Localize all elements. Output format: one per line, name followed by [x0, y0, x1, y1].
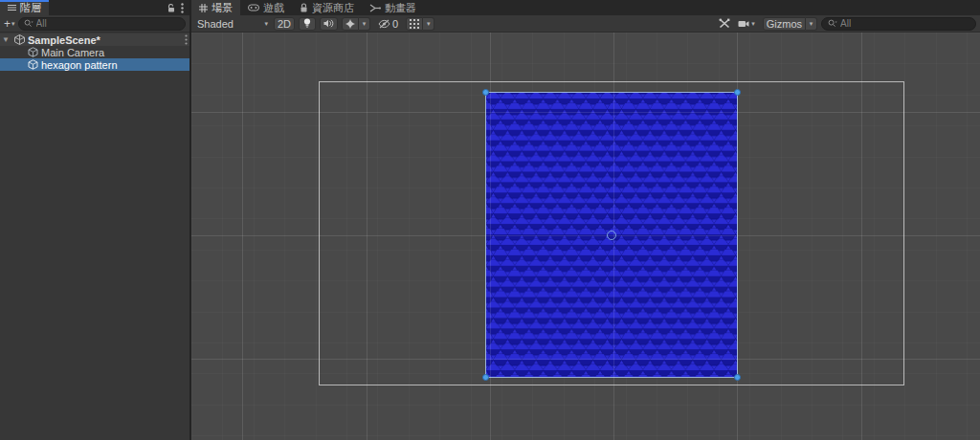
gamepad-icon	[248, 4, 259, 11]
scene-search[interactable]	[821, 17, 976, 31]
gizmos-dropdown[interactable]: ▾	[806, 17, 817, 31]
scene-lighting-toggle[interactable]	[299, 17, 316, 31]
gameobject-cube-icon	[28, 47, 38, 57]
scene-root-label: SampleScene*	[28, 34, 100, 46]
padlock-icon	[300, 3, 308, 12]
hamburger-icon	[8, 4, 16, 11]
tabbar-spacer	[424, 0, 980, 15]
hierarchy-toolbar: + ▾	[0, 15, 189, 33]
tab-asset-store[interactable]: 資源商店	[292, 0, 362, 15]
grid-line	[242, 33, 243, 440]
search-icon	[828, 19, 837, 28]
hierarchy-search-input[interactable]	[36, 18, 180, 29]
effects-star-icon	[345, 19, 355, 29]
chevron-down-icon: ▾	[11, 20, 15, 27]
selection-handle-bottom-right[interactable]	[734, 374, 741, 381]
chevron-down-icon: ▾	[427, 20, 431, 27]
speaker-icon	[323, 19, 334, 28]
scene-tabbar: 場景 遊戲 資源商店 動畫器	[191, 0, 980, 15]
game-tab-label: 遊戲	[263, 1, 284, 15]
chevron-down-icon: ▾	[751, 20, 755, 27]
tab-scene[interactable]: 場景	[191, 0, 240, 15]
scene-panel: 場景 遊戲 資源商店 動畫器	[191, 0, 980, 440]
tab-game[interactable]: 遊戲	[240, 0, 292, 15]
grid-line	[367, 33, 368, 440]
scene-audio-toggle[interactable]	[320, 17, 338, 31]
unity-scene-icon	[14, 34, 25, 45]
grid-line	[191, 112, 980, 113]
grid-line	[490, 33, 491, 440]
grid-line	[861, 33, 862, 440]
scene-effects-toggle[interactable]	[342, 17, 359, 31]
tab-hierarchy[interactable]: 階層	[0, 0, 49, 15]
scene-toolbar: Shaded ▾ 2D	[191, 15, 980, 33]
search-icon	[24, 19, 33, 28]
grid-line	[191, 235, 980, 236]
hierarchy-item-label: hexagon pattern	[41, 59, 118, 71]
kebab-menu-icon[interactable]	[185, 34, 188, 45]
grid-visibility-button[interactable]	[406, 17, 423, 31]
hierarchy-panel: 階層 + ▾	[0, 0, 191, 440]
2d-mode-toggle[interactable]: 2D	[274, 17, 295, 31]
tabbar-spacer	[49, 0, 162, 15]
unlock-icon[interactable]	[167, 4, 175, 12]
gameobject-cube-icon	[28, 59, 38, 70]
lightbulb-icon	[303, 18, 311, 29]
grid-dots-icon	[410, 19, 419, 29]
scene-tab-label: 場景	[212, 1, 233, 15]
hierarchy-item-hexagon-pattern[interactable]: hexagon pattern	[0, 58, 189, 71]
grid-visual-group: ▾	[406, 17, 434, 31]
2d-mode-label: 2D	[278, 18, 291, 30]
eye-off-icon	[378, 19, 390, 29]
gizmos-button[interactable]: Gizmos	[763, 17, 806, 31]
hierarchy-tabbar: 階層	[0, 0, 189, 15]
scene-search-input[interactable]	[840, 18, 969, 29]
selection-handle-bottom-left[interactable]	[482, 374, 489, 381]
shading-mode-label: Shaded	[197, 18, 234, 30]
scene-visibility-toggle[interactable]: 0	[374, 17, 402, 31]
gizmos-group: Gizmos ▾	[763, 17, 817, 31]
tab-animator[interactable]: 動畫器	[362, 0, 424, 15]
scene-viewport[interactable]	[191, 33, 980, 440]
camera-icon	[738, 20, 749, 28]
grid-line	[191, 359, 980, 360]
add-object-button[interactable]: + ▾	[4, 17, 15, 31]
scene-grid-icon	[199, 4, 208, 12]
scene-effects-group: ▾	[342, 17, 370, 31]
scene-toolbar-right: ▾ Gizmos ▾	[719, 17, 976, 31]
hierarchy-tab-label: 階層	[20, 1, 41, 15]
chevron-down-icon: ▾	[810, 20, 813, 27]
hierarchy-item-main-camera[interactable]: Main Camera	[0, 46, 189, 58]
kebab-menu-icon[interactable]	[181, 3, 184, 13]
add-object-label: +	[4, 17, 11, 31]
animator-tab-label: 動畫器	[385, 1, 416, 15]
asset-store-tab-label: 資源商店	[312, 1, 354, 15]
hierarchy-search[interactable]	[18, 17, 186, 31]
chevron-down-icon: ▾	[363, 20, 367, 27]
tools-wrench-icon[interactable]	[719, 18, 730, 29]
selection-handle-top-right[interactable]	[734, 89, 741, 96]
gizmos-label: Gizmos	[767, 18, 802, 30]
selection-handle-top-left[interactable]	[482, 89, 489, 96]
hidden-object-count: 0	[392, 18, 398, 30]
shading-mode-dropdown[interactable]: Shaded ▾	[195, 18, 270, 30]
hierarchy-tree: ▼ SampleScene* Main Camera	[0, 33, 189, 440]
scene-effects-dropdown[interactable]: ▾	[359, 17, 370, 31]
pivot-circle-gizmo[interactable]	[607, 231, 616, 240]
scene-root-row[interactable]: ▼ SampleScene*	[0, 33, 189, 46]
unity-editor-window: 階層 + ▾	[0, 0, 980, 440]
active-tab-indicator	[0, 0, 49, 2]
hierarchy-item-label: Main Camera	[41, 47, 104, 58]
foldout-triangle-icon[interactable]: ▼	[0, 35, 11, 44]
grid-settings-dropdown[interactable]: ▾	[423, 17, 434, 31]
scene-camera-dropdown[interactable]: ▾	[734, 17, 759, 31]
chevron-down-icon: ▾	[264, 20, 268, 27]
animator-state-icon	[369, 4, 381, 12]
